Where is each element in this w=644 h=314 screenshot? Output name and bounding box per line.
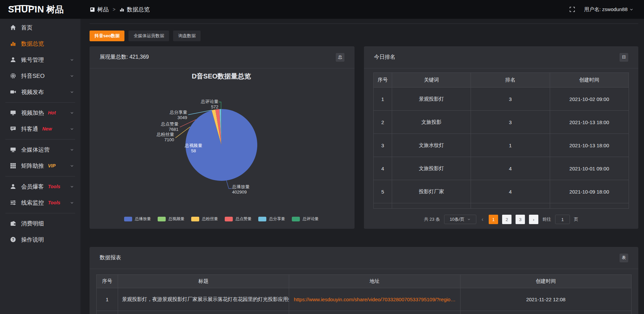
legend-item-总评论量[interactable]: 总评论量 — [292, 216, 319, 222]
sidebar-item-首页[interactable]: 首页 — [0, 19, 80, 36]
page-size-select[interactable]: 10条/页 — [444, 215, 476, 224]
sidebar-item-label: 首页 — [21, 24, 33, 32]
header-right: 用户名: zswodun88 — [570, 6, 633, 13]
pie-label-line — [226, 180, 231, 189]
empty-row — [97, 311, 632, 314]
legend-label: 总评论量 — [303, 216, 319, 222]
pie-label-总粉丝量: 总粉丝量7100 — [124, 132, 174, 143]
table-cell: 2021-10-01 09:00 — [550, 157, 629, 180]
pie-label-总点赞量: 总点赞量7681 — [128, 121, 178, 132]
table-cell: 1 — [471, 134, 550, 157]
column-header: 创建时间 — [460, 275, 631, 288]
table-cell: 4 — [471, 157, 550, 180]
sidebar-item-账号管理[interactable]: 账号管理 — [0, 52, 80, 68]
table-cell: 4 — [471, 180, 550, 203]
chevron-down-icon — [70, 111, 74, 115]
page-button-2[interactable]: 2 — [502, 215, 512, 224]
ranking-panel: 今日排名 日 序号关键词排名创建时间1景观投影灯32021-10-02 09:0… — [364, 46, 638, 229]
logo-text-cn: 树品 — [46, 4, 64, 15]
user-menu[interactable]: 用户名: zswodun88 — [584, 6, 633, 13]
sidebar-item-操作说明[interactable]: ?操作说明 — [0, 231, 80, 248]
table-row: 1景观投影灯，夜游景观投影灯厂家展示展示落花灯在花园里的灯光投影应用效果 #ht… — [97, 288, 632, 311]
ranking-table: 序号关键词排名创建时间1景观投影灯32021-10-02 09:002文旅投影3… — [373, 72, 629, 209]
sidebar-item-全媒体运营[interactable]: 全媒体运营 — [0, 142, 80, 158]
sidebar-item-线索监控[interactable]: 线索监控Tools — [0, 195, 80, 211]
legend-item-总播放量[interactable]: 总播放量 — [124, 216, 151, 222]
report-link[interactable]: https://www.iesdouyin.com/share/video/70… — [294, 297, 455, 302]
table-row: 5投影灯厂家42021-10-09 18:00 — [374, 180, 629, 203]
sidebar-item-消费明细[interactable]: 消费明细 — [0, 215, 80, 231]
chart-icon — [10, 41, 16, 47]
page-button-1[interactable]: 1 — [489, 215, 498, 224]
breadcrumb-root[interactable]: 树品 — [90, 6, 109, 13]
sidebar-badge: Hot — [48, 110, 56, 115]
sidebar-item-抖音SEO[interactable]: 抖音SEO — [0, 68, 80, 84]
chevron-down-icon — [70, 164, 74, 168]
chart-legend: 总播放量总视频量总粉丝量总点赞量总分享量总评论量 — [124, 216, 319, 222]
user-icon — [10, 57, 16, 63]
table-cell: 3 — [471, 111, 550, 134]
table-cell: 2021-10-13 18:00 — [550, 134, 629, 157]
tv-icon — [10, 110, 16, 116]
pie-chart-svg — [90, 68, 355, 228]
chevron-down-icon — [70, 185, 74, 189]
chart-title: D音SEO数据量总览 — [192, 72, 251, 81]
daily-view-button[interactable]: 日 — [620, 53, 628, 62]
legend-item-总点赞量[interactable]: 总点赞量 — [225, 216, 252, 222]
pie-label-value: 58 — [168, 148, 219, 154]
sidebar-item-矩阵助推[interactable]: 矩阵助推VIP — [0, 158, 80, 174]
sidebar-item-数据总览[interactable]: 数据总览 — [0, 36, 80, 52]
page-button-3[interactable]: 3 — [516, 215, 525, 224]
table-cell: 2021-11-22 12:08 — [460, 288, 631, 311]
video-icon — [10, 89, 16, 95]
pie-label-value: 7100 — [124, 137, 174, 143]
chevron-down-icon — [70, 90, 74, 94]
chevron-down-icon — [70, 201, 74, 205]
legend-label: 总分享量 — [269, 216, 285, 222]
grid-icon — [10, 163, 16, 169]
tab-全媒体运营数据[interactable]: 全媒体运营数据 — [128, 31, 169, 41]
user-name-label: 用户名: zswodun88 — [584, 6, 628, 13]
legend-item-总分享量[interactable]: 总分享量 — [258, 216, 285, 222]
home-icon — [10, 24, 16, 31]
table-cell: 文旅投影 — [392, 111, 471, 134]
goto-page-input[interactable] — [555, 215, 570, 224]
next-page-button[interactable]: › — [529, 215, 538, 224]
page-size-value: 10条/页 — [450, 216, 465, 222]
pie-label-line — [219, 102, 221, 109]
sidebar-item-视频发布[interactable]: 视频发布 — [0, 84, 80, 100]
breadcrumb-current[interactable]: 数据总览 — [119, 6, 150, 13]
svg-text:?: ? — [12, 238, 14, 242]
sidebar-item-label: 操作说明 — [21, 236, 44, 244]
total-view-button[interactable]: 总 — [336, 53, 344, 62]
fullscreen-icon[interactable] — [570, 7, 575, 12]
sidebar-item-label: 矩阵助推 — [21, 162, 44, 170]
column-header: 排名 — [471, 73, 550, 88]
sidebar-item-会员爆客[interactable]: 会员爆客Tools — [0, 178, 80, 195]
sidebar-item-label: 数据总览 — [21, 40, 44, 48]
column-header: 序号 — [374, 73, 392, 88]
tab-抖音seo数据[interactable]: 抖音seo数据 — [90, 31, 124, 41]
pagination-total: 共 23 条 — [424, 216, 440, 222]
legend-label: 总视频量 — [168, 216, 184, 222]
sidebar-divider — [5, 176, 75, 176]
sidebar-item-视频加热[interactable]: 视频加热Hot — [0, 105, 80, 121]
sidebar-item-抖客通[interactable]: 抖客通New — [0, 121, 80, 137]
table-row: 4文旅投影灯42021-10-01 09:00 — [374, 157, 629, 180]
tab-询盘数据[interactable]: 询盘数据 — [173, 31, 201, 41]
sidebar-item-label: 抖客通 — [21, 125, 38, 133]
tab-bar: 抖音seo数据全媒体运营数据询盘数据 — [90, 31, 638, 41]
table-cell: 1 — [97, 288, 118, 311]
table-cell: 2021-10-13 18:00 — [550, 111, 629, 134]
legend-swatch — [158, 217, 166, 221]
app-logo[interactable]: SHUPIN 树品 — [0, 4, 80, 15]
table-view-button[interactable]: 表 — [620, 254, 628, 262]
ranking-panel-title: 今日排名 — [374, 54, 395, 61]
table-cell: 3 — [374, 134, 392, 157]
legend-item-总视频量[interactable]: 总视频量 — [158, 216, 184, 222]
table-row: 3文旅水纹灯12021-10-13 18:00 — [374, 134, 629, 157]
prev-page-button[interactable]: ‹ — [480, 216, 485, 222]
legend-item-总粉丝量[interactable]: 总粉丝量 — [191, 216, 218, 222]
legend-label: 总点赞量 — [235, 216, 252, 222]
legend-swatch — [225, 217, 233, 221]
